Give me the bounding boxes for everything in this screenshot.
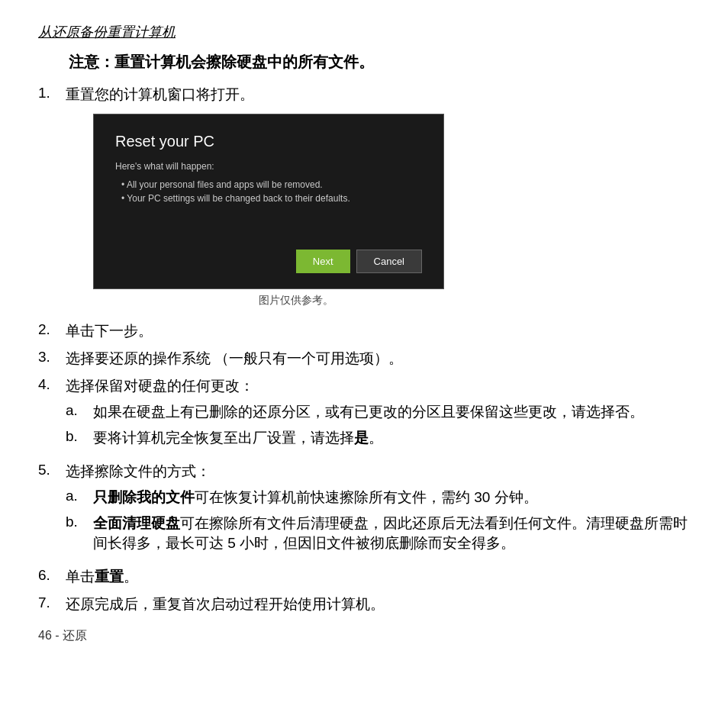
step-6-prefix: 单击	[66, 569, 95, 585]
step-1: 1. 重置您的计算机窗口将打开。 Reset your PC Here's wh…	[38, 85, 690, 314]
step-5-num: 5.	[38, 462, 66, 478]
screenshot-subtitle: Here's what will happen:	[115, 161, 422, 172]
step-4b-suffix: 。	[369, 430, 383, 446]
warning-text: 注意：重置计算机会擦除硬盘中的所有文件。	[69, 52, 690, 72]
step-5a: a. 只删除我的文件可在恢复计算机前快速擦除所有文件，需约 30 分钟。	[66, 488, 690, 507]
step-4b-label: b.	[66, 428, 93, 445]
pc-screenshot: Reset your PC Here's what will happen: A…	[93, 114, 444, 289]
step-4b-text: 要将计算机完全恢复至出厂设置，请选择是。	[93, 428, 690, 448]
image-caption: 图片仅供参考。	[121, 294, 472, 308]
step-4-num: 4.	[38, 376, 66, 393]
step-5a-bold: 只删除我的文件	[93, 489, 195, 505]
step-4a: a. 如果在硬盘上有已删除的还原分区，或有已更改的分区且要保留这些更改，请选择否…	[66, 402, 690, 422]
screenshot-title: Reset your PC	[115, 133, 422, 150]
step-4: 4. 选择保留对硬盘的任何更改： a. 如果在硬盘上有已删除的还原分区，或有已更…	[38, 376, 690, 454]
cancel-button[interactable]: Cancel	[356, 250, 422, 273]
step-6-bold: 重置	[95, 569, 124, 585]
step-5b-bold: 全面清理硬盘	[93, 515, 180, 531]
step-5b-text: 全面清理硬盘可在擦除所有文件后清理硬盘，因此还原后无法看到任何文件。清理硬盘所需…	[93, 514, 690, 553]
step-5-text: 选择擦除文件的方式：	[66, 463, 211, 479]
step-6-num: 6.	[38, 567, 66, 584]
step-4-text: 选择保留对硬盘的任何更改：	[66, 378, 254, 394]
step-4b: b. 要将计算机完全恢复至出厂设置，请选择是。	[66, 428, 690, 448]
step-4b-bold: 是	[354, 430, 369, 446]
step-3: 3. 选择要还原的操作系统 （一般只有一个可用选项）。	[38, 349, 690, 369]
step-5b-label: b.	[66, 514, 93, 530]
step-6: 6. 单击重置。	[38, 567, 690, 587]
step-4a-text: 如果在硬盘上有已删除的还原分区，或有已更改的分区且要保留这些更改，请选择否。	[93, 402, 690, 422]
screenshot-bullet-1: All your personal files and apps will be…	[115, 179, 422, 190]
next-button[interactable]: Next	[296, 250, 350, 273]
step-2-text: 单击下一步。	[66, 321, 690, 341]
step-3-num: 3.	[38, 349, 66, 366]
step-5b-suffix: 可在擦除所有文件后清理硬盘，因此还原后无法看到任何文件。清理硬盘所需时间长得多，…	[93, 515, 688, 551]
step-1-text: 重置您的计算机窗口将打开。	[66, 86, 254, 102]
step-5b: b. 全面清理硬盘可在擦除所有文件后清理硬盘，因此还原后无法看到任何文件。清理硬…	[66, 514, 690, 553]
step-2-num: 2.	[38, 321, 66, 338]
step-5a-text: 只删除我的文件可在恢复计算机前快速擦除所有文件，需约 30 分钟。	[93, 488, 690, 507]
step-1-num: 1.	[38, 85, 66, 101]
footer-text: 46 - 还原	[38, 628, 690, 644]
page-title: 从还原备份重置计算机	[38, 23, 690, 41]
step-3-text: 选择要还原的操作系统 （一般只有一个可用选项）。	[66, 349, 690, 369]
step-4b-prefix: 要将计算机完全恢复至出厂设置，请选择	[93, 430, 354, 446]
screenshot-bullet-2: Your PC settings will be changed back to…	[115, 193, 422, 204]
step-7: 7. 还原完成后，重复首次启动过程开始使用计算机。	[38, 594, 690, 614]
screenshot-container: Reset your PC Here's what will happen: A…	[93, 114, 690, 308]
step-2: 2. 单击下一步。	[38, 321, 690, 341]
step-6-text: 单击重置。	[66, 567, 690, 587]
step-6-suffix: 。	[124, 569, 138, 585]
step-4a-label: a.	[66, 402, 93, 419]
step-7-num: 7.	[38, 594, 66, 611]
step-5a-suffix: 可在恢复计算机前快速擦除所有文件，需约 30 分钟。	[195, 489, 538, 505]
step-5: 5. 选择擦除文件的方式： a. 只删除我的文件可在恢复计算机前快速擦除所有文件…	[38, 462, 690, 559]
step-7-text: 还原完成后，重复首次启动过程开始使用计算机。	[66, 594, 690, 614]
step-5a-label: a.	[66, 488, 93, 504]
